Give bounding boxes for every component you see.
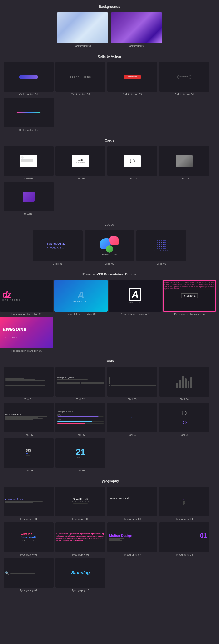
typo06-label: Typography 06	[72, 553, 89, 556]
tool08-thumb[interactable]	[159, 402, 209, 432]
pres04-thumb[interactable]: repeat repeat repeat repeat repeat repea…	[163, 280, 216, 312]
list-item[interactable]: 🔍 Typography 09	[4, 558, 54, 592]
list-item[interactable]: LEARN MORE Call to Action 02	[56, 62, 105, 96]
card03-preview	[124, 155, 141, 167]
list-item[interactable]: Background 01	[57, 12, 108, 47]
card02-label: Card 02	[76, 177, 85, 180]
cta04-thumb[interactable]: WATCH NOW	[159, 62, 209, 92]
cta02-thumb[interactable]: LEARN MORE	[56, 62, 105, 92]
cta04-pill-preview: WATCH NOW	[177, 75, 191, 79]
list-item[interactable]: Card 01	[4, 146, 54, 180]
bg01-thumb[interactable]	[57, 12, 108, 43]
list-item[interactable]: Call to Action 01	[4, 62, 54, 96]
tool07-thumb[interactable]: □	[107, 402, 157, 432]
pres03-label: Presentation Transition 03	[120, 313, 150, 316]
list-item[interactable]: 21 DAYS Tool 10	[56, 438, 105, 472]
list-item[interactable]: Employment growth Tool 02	[56, 367, 105, 401]
list-item[interactable]: Time spent in internet 89% 75%	[56, 402, 105, 436]
tool08-preview	[180, 409, 188, 426]
pres01-label: Presentation Transition 01	[12, 313, 42, 316]
typo04-thumb[interactable]: 01	[159, 487, 209, 516]
list-item[interactable]: Create a new brand Typography 03	[107, 487, 157, 520]
list-item[interactable]: DROPZONE YOUR LOGO Logo 01	[33, 230, 83, 265]
card05-thumb[interactable]	[4, 182, 54, 212]
typo09-thumb[interactable]: 🔍	[4, 558, 54, 588]
cta04-label: Call to Action 04	[175, 93, 194, 96]
typo08-thumb[interactable]: 01	[159, 522, 209, 552]
tool01-thumb[interactable]	[4, 367, 54, 396]
tool04-thumb[interactable]	[159, 367, 209, 396]
pres02-label: Presentation Transition 02	[66, 313, 96, 316]
list-item[interactable]: □ Tool 07	[107, 402, 157, 436]
cta05-thumb[interactable]	[4, 98, 54, 127]
typo03-label: Typography 03	[124, 518, 141, 520]
list-item[interactable]: 5.2M SUBSCRIBERS Card 02	[56, 146, 105, 180]
list-item[interactable]: Tool 01	[4, 367, 54, 401]
list-item[interactable]: repeat repeat repeat repeat repeat repea…	[163, 280, 216, 316]
tool03-thumb[interactable]	[107, 367, 157, 396]
list-item[interactable]: Card 04	[159, 146, 209, 180]
tool02-thumb[interactable]: Employment growth	[56, 367, 105, 396]
tool06-thumb[interactable]: Time spent in internet 89% 75%	[56, 402, 105, 432]
list-item[interactable]: Card 03	[107, 146, 157, 180]
list-item[interactable]: Stunning Typography 10	[56, 558, 105, 592]
list-item[interactable]: ● Questions for the Typography 01	[4, 487, 54, 520]
list-item[interactable]: Motion Design Typography 07	[107, 522, 157, 556]
typo06-thumb[interactable]: it repeat repeat repeat repeat repeat re…	[56, 522, 105, 552]
list-item[interactable]: Call to Action 05	[4, 98, 54, 132]
logo01-thumb[interactable]: DROPZONE YOUR LOGO	[33, 230, 83, 261]
list-item[interactable]: YOUR LOGO Logo 02	[85, 230, 134, 265]
list-item[interactable]: SUBSCRIBE Call to Action 03	[107, 62, 157, 96]
tool09-thumb[interactable]: 65%	[4, 438, 54, 468]
card04-thumb[interactable]	[159, 146, 209, 176]
tool05-thumb[interactable]: Word Typography	[4, 402, 54, 432]
list-item[interactable]: Tool 03	[107, 367, 157, 401]
pres01-text: dz	[3, 290, 11, 299]
logo02-preview: YOUR LOGO	[100, 236, 119, 256]
list-item[interactable]: awesome DROPZONE Presentation Transition…	[0, 316, 53, 352]
typo10-thumb[interactable]: Stunning	[56, 558, 105, 588]
list-item[interactable]: A DROPZONE Presentation Transition 03	[109, 280, 162, 316]
list-item[interactable]: Good Food? SUBTITLE TEXT HERE Typography…	[56, 487, 105, 520]
list-item[interactable]: DROPZONE Logo 03	[136, 230, 186, 265]
list-item[interactable]: 65% Tool 09	[4, 438, 54, 472]
typo05-thumb[interactable]: What is a Storyboard? SUBTITLE TEXT	[4, 522, 54, 552]
pres02-thumb[interactable]: A DROPZONE	[54, 280, 108, 312]
list-item[interactable]: Tool 08	[159, 402, 209, 436]
list-item[interactable]: A DROPZONE Presentation Transition 02	[54, 280, 108, 316]
list-item[interactable]: Tool 04	[159, 367, 209, 401]
card03-thumb[interactable]	[107, 146, 157, 176]
cta03-thumb[interactable]: SUBSCRIBE	[107, 62, 157, 92]
pres05-thumb[interactable]: awesome DROPZONE	[0, 316, 53, 348]
typo07-thumb[interactable]: Motion Design	[107, 522, 157, 552]
list-item[interactable]: it repeat repeat repeat repeat repeat re…	[56, 522, 105, 556]
cta05-line-preview	[17, 112, 41, 113]
list-item[interactable]: 01 Typography 08	[159, 522, 209, 556]
card02-thumb[interactable]: 5.2M SUBSCRIBERS	[56, 146, 105, 176]
cta-section: Calls to Action Call to Action 01 LEARN …	[0, 50, 219, 134]
typo01-thumb[interactable]: ● Questions for the	[4, 487, 54, 516]
list-item[interactable]: 01 Typography 04	[159, 487, 209, 520]
typo02-thumb[interactable]: Good Food? SUBTITLE TEXT HERE	[56, 487, 105, 516]
typo03-thumb[interactable]: Create a new brand	[107, 487, 157, 516]
list-item[interactable]: WATCH NOW Call to Action 04	[159, 62, 209, 96]
card02-preview: 5.2M SUBSCRIBERS	[72, 155, 89, 167]
list-item[interactable]: Background 02	[111, 12, 162, 47]
bg02-thumb[interactable]	[111, 12, 162, 43]
bg01-label: Background 01	[74, 44, 91, 47]
list-item[interactable]: dz DROPZONE Presentation Transition 01	[0, 280, 53, 316]
tool10-thumb[interactable]: 21 DAYS	[56, 438, 105, 468]
tool09-label: Tool 09	[24, 469, 33, 472]
logos-title: Logos	[3, 223, 216, 226]
list-item[interactable]: Word Typography Tool 05	[4, 402, 54, 436]
logo03-thumb[interactable]: DROPZONE	[136, 230, 186, 261]
card01-thumb[interactable]	[4, 146, 54, 176]
pres01-thumb[interactable]: dz DROPZONE	[0, 280, 53, 312]
pres05-text: awesome	[3, 326, 27, 332]
cta01-thumb[interactable]	[4, 62, 54, 92]
logo02-thumb[interactable]: YOUR LOGO	[85, 230, 134, 261]
list-item[interactable]: What is a Storyboard? SUBTITLE TEXT Typo…	[4, 522, 54, 556]
typo09-label: Typography 09	[20, 589, 37, 592]
list-item[interactable]: Card 05	[4, 182, 54, 216]
pres03-thumb[interactable]: A DROPZONE	[109, 280, 162, 312]
